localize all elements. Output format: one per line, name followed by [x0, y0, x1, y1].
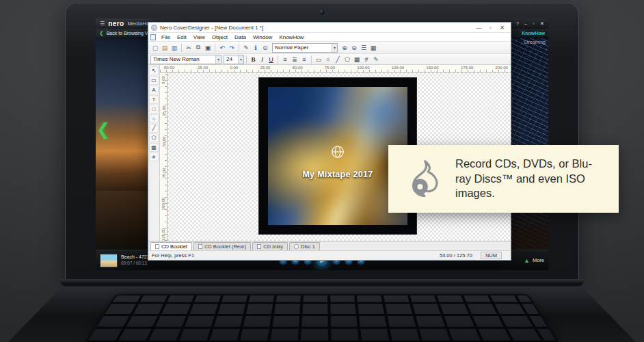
menu-file[interactable]: File	[158, 34, 174, 40]
draw-tool-icon[interactable]: ▭	[314, 55, 323, 64]
side-tool-icon[interactable]: T	[149, 95, 159, 104]
font-name-dropdown[interactable]: Times New Roman ▾	[150, 55, 222, 64]
toolbar-edit-icon[interactable]: ✂	[184, 43, 193, 53]
photo-thumb-night-sky[interactable]	[96, 38, 148, 103]
cover-artwork: My Mixtape 2017	[268, 87, 407, 225]
side-tool-icon[interactable]: ⬠	[149, 133, 159, 142]
toolbar-edit-icon[interactable]: ⧉	[193, 43, 203, 53]
ruler-number: -50.00	[163, 65, 174, 70]
edit-toolbar-icons: ✂⧉▣	[184, 43, 213, 53]
document-icon[interactable]	[150, 34, 156, 40]
paper-type-dropdown[interactable]: Normal Paper ▾	[272, 43, 338, 53]
draw-tool-icon[interactable]: ✎	[371, 55, 381, 64]
font-size-dropdown[interactable]: 24 ▾	[224, 55, 244, 64]
side-tool-icon[interactable]: □	[149, 105, 159, 114]
align-icon[interactable]: ≡	[280, 55, 290, 64]
help-icon[interactable]: ?	[516, 21, 519, 27]
menu-data[interactable]: Data	[231, 34, 250, 40]
toolbar-file-icon[interactable]: ▤	[160, 43, 170, 53]
toolbar-edit-icon[interactable]: ▣	[203, 43, 213, 53]
toolbar-misc-icon[interactable]: ✎	[241, 43, 251, 53]
globe-icon	[330, 144, 345, 159]
maximize-button[interactable]: ▫	[533, 21, 535, 27]
file-toolbar-icons: ▢▤▥	[150, 43, 179, 53]
toolbar-misc-icon[interactable]: ℹ	[251, 43, 260, 53]
more-control[interactable]: ▲ More	[524, 257, 544, 264]
close-button[interactable]: ✕	[496, 25, 508, 31]
draw-tool-icon[interactable]: ╱	[333, 55, 343, 64]
streaming-tab[interactable]: Streaming	[524, 40, 546, 44]
tab-label: CD Inlay	[263, 244, 283, 250]
menu-window[interactable]: Window	[250, 34, 276, 40]
draw-tool-icon[interactable]: #	[362, 55, 371, 64]
toolbar-separator	[246, 55, 247, 64]
menu-icon[interactable]: ☰	[100, 21, 105, 27]
draw-tool-icon[interactable]: ▦	[352, 55, 362, 64]
toolbar-file-icon[interactable]: ▢	[150, 43, 160, 53]
side-tool-icon[interactable]: ↖	[149, 66, 159, 75]
align-icon[interactable]: ≡	[299, 55, 309, 64]
ruler-number: 50.00	[161, 137, 165, 147]
ruler-number: 25.00	[260, 65, 270, 70]
bold-button[interactable]: B	[249, 55, 258, 64]
tab-label: Disc 1	[301, 244, 315, 250]
nero-logo: nero	[108, 20, 124, 27]
toolbar-zoom-icon[interactable]: ⊕	[340, 43, 349, 53]
toolbar-zoom-icon[interactable]: ▦	[368, 43, 378, 53]
toolbar-misc-icon[interactable]: ⊙	[260, 43, 270, 53]
toolbar-undo-icon[interactable]: ↶	[217, 43, 227, 53]
window-controls: — ▫ ✕	[473, 25, 508, 31]
status-help-text: For Help, press F1	[152, 252, 194, 259]
side-tool-icon[interactable]: #	[149, 153, 159, 161]
toolbar-undo-icon[interactable]: ↷	[227, 43, 237, 53]
format-toolbar: Times New Roman ▾ 24 ▾ B I U ≡≣≡	[148, 54, 511, 65]
side-tool-icon[interactable]: ╱	[149, 124, 159, 133]
toolbar-zoom-icon[interactable]: ⊖	[349, 43, 359, 53]
laptop-keyboard	[79, 295, 565, 342]
ruler-number: 100.00	[161, 198, 165, 210]
status-bar: For Help, press F1 53.00 / 125.70 NUM	[148, 250, 511, 260]
side-tool-icon[interactable]: ▭	[149, 76, 159, 85]
toolbar-file-icon[interactable]: ▥	[170, 43, 179, 53]
minimize-button[interactable]: —	[473, 25, 485, 31]
coverdesigner-titlebar[interactable]: Nero CoverDesigner - [New Document 1 *] …	[148, 23, 511, 33]
menu-edit[interactable]: Edit	[174, 34, 190, 40]
draw-tool-icon[interactable]: ⬠	[343, 55, 352, 64]
misc-toolbar-icons: ✎ℹ⊙	[241, 43, 270, 53]
paper-type-value: Normal Paper	[275, 44, 308, 51]
vertical-ruler: 0.0025.0050.0075.00100.00125.00	[160, 73, 167, 241]
ruler-number: 25.00	[161, 106, 165, 116]
photo-thumb-mountains[interactable]	[96, 103, 148, 191]
tab-cd-booklet-rear[interactable]: CD Booklet (Rear)	[193, 242, 251, 250]
menu-view[interactable]: View	[190, 34, 209, 40]
italic-button[interactable]: I	[258, 55, 267, 64]
minimize-button[interactable]: –	[524, 21, 527, 27]
page-icon	[198, 244, 202, 249]
photo-thumbnail-strip[interactable]	[96, 38, 148, 250]
draw-tool-icon[interactable]: ○	[323, 55, 333, 64]
side-tool-icon[interactable]: ▦	[149, 143, 159, 152]
menu-knowhow[interactable]: KnowHow	[276, 34, 307, 40]
font-size-value: 24	[226, 56, 232, 62]
tab-cd-booklet[interactable]: CD Booklet	[150, 242, 192, 250]
ruler-number: 100.00	[357, 65, 369, 70]
side-tool-icon[interactable]: ○	[149, 114, 159, 123]
close-button[interactable]: ✕	[540, 21, 544, 27]
knowhow-button[interactable]: KnowHow	[522, 31, 545, 36]
laptop-screen-bezel: ☰ nero MediaHome ? – ▫ ✕ ❮ Back to Brows…	[65, 3, 579, 279]
tab-disc-1[interactable]: Disc 1	[289, 242, 320, 250]
photo-thumb-dark-ridge[interactable]	[96, 191, 148, 250]
ruler-number: 75.00	[325, 65, 335, 70]
underline-button[interactable]: U	[267, 55, 276, 64]
maximize-button[interactable]: ▫	[485, 25, 496, 31]
toolbar-zoom-icon[interactable]: ☰	[359, 43, 368, 53]
tab-cd-inlay[interactable]: CD Inlay	[252, 242, 288, 250]
side-tool-icon[interactable]: A	[149, 86, 159, 94]
menu-object[interactable]: Object	[209, 34, 231, 40]
now-playing-thumbnail[interactable]	[100, 254, 118, 267]
ruler-number: 175.00	[461, 65, 473, 70]
big-back-chevron-icon[interactable]: ❮	[96, 120, 110, 139]
align-icon[interactable]: ≣	[290, 55, 299, 64]
font-name-value: Times New Roman	[153, 56, 200, 62]
nero-flame-disc-icon	[403, 159, 443, 199]
